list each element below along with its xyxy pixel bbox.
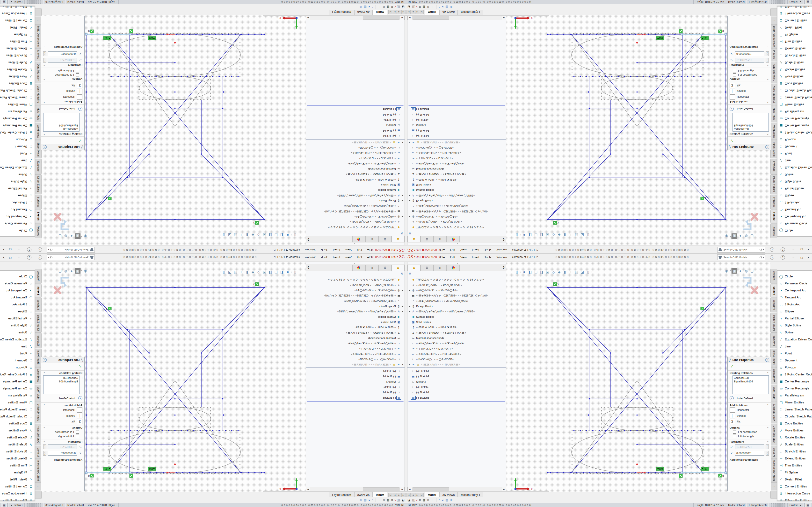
menu-tools[interactable]: Tools	[483, 255, 494, 260]
tab-nav-arrows[interactable]: |◀◀▶▶|	[388, 10, 406, 14]
command-tab-features[interactable]: Features	[770, 269, 777, 284]
display-setting-icon[interactable]: ◉	[83, 268, 88, 273]
quick-tool-icon[interactable]: ◕	[442, 5, 444, 9]
length-spinner[interactable]: ▲▼	[43, 445, 46, 449]
flyout-item-corner-rectangle[interactable]: ▭Corner Rectangle	[777, 385, 812, 392]
command-tab-mold-tools[interactable]: Mold Tools	[35, 106, 42, 122]
angle-field[interactable]: 0.00000000°	[48, 451, 77, 456]
view-tool-icon[interactable]: ↓	[239, 270, 244, 275]
quick-tool-icon[interactable]: ◔	[372, 5, 374, 9]
flyout-item-ellipse[interactable]: ○Ellipse	[0, 308, 35, 315]
tree-item-sketch3[interactable]: ∟Sketch3	[407, 379, 506, 384]
tree-item--sketch1[interactable]: ∟(-) Sketch1	[306, 369, 405, 374]
command-tab-features[interactable]: Features	[770, 223, 777, 238]
search-caret-icon[interactable]: ▾	[763, 249, 764, 251]
angle-field[interactable]: 0.00000000°	[48, 51, 77, 56]
relation-callouts[interactable]: 3 3 3 =109 =109	[553, 30, 724, 225]
scroll-right-icon[interactable]: ▶	[306, 487, 310, 492]
flyout-item-centerpoint-arc[interactable]: ◔Centerpoint Arc	[0, 287, 35, 294]
view-tool-icon[interactable]: ◧	[280, 270, 285, 275]
view-tool-icon[interactable]: ▢	[273, 270, 278, 275]
option-for-construction[interactable]: For construction	[41, 73, 84, 77]
search-icon[interactable]	[759, 256, 762, 259]
command-tab-mesh-modeling[interactable]: Mesh Modeling	[35, 402, 42, 423]
tree-item-garbled[interactable]: ∫○ Ϩ5∙И Ж ФАШ○ ∘ ○ ШАФ Ж И∙Ϩ5○	[306, 325, 405, 330]
flyout-item-3-point-arc[interactable]: ◡3 Point Arc	[0, 301, 35, 308]
add-relation-horizontal[interactable]: —Horizontal	[41, 407, 84, 413]
section-add-relations[interactable]: Add Relations⌃	[728, 100, 771, 105]
tree-item-garbled[interactable]: ◔○ Ϩ5Ф◯Ϩ5ИΛƷЄϨ5○ ∘ ○ Ϩ5ƷЄΛИϨ5◯ФϨ5○	[407, 204, 506, 209]
command-tab--[interactable]: ⋮	[770, 17, 777, 24]
tree-item-garbled[interactable]: ▱○ ∙◯⊕○ Ж∙⊡○ ∘ ○ ⊡∙Ж ○⊕◯∙○	[306, 156, 405, 161]
add-relation-horizontal[interactable]: —Horizontal	[728, 407, 771, 413]
command-tab-sheet-metal[interactable]: Sheet Metal	[35, 349, 42, 367]
quick-tool-icon[interactable]: ∕	[395, 498, 395, 502]
flyout-item-3-point-center-recta-[interactable]: ◈3 Point Center Recta...	[0, 371, 35, 378]
tree-item-garbled[interactable]: ▶▰⊠○ Ϩ5ƷЄИΛАП∙○ ∘ ○ ∙ПАΛИЄƷϨ5○	[407, 362, 506, 367]
tab-3d-views[interactable]: 3D Views	[354, 492, 373, 497]
panel-expand-icon[interactable]: ❯	[502, 265, 505, 269]
flyout-item-corner-rectangle[interactable]: ▭Corner Rectangle	[0, 115, 35, 122]
tree-item-solid-bodies[interactable]: ▣Solid Bodies	[306, 320, 405, 325]
mbd-icon[interactable]: ▣	[805, 0, 811, 4]
flyout-item-ellipse[interactable]: ○Ellipse	[777, 192, 812, 199]
flyout-item-silhouette-entities[interactable]: ⊛Silhouette Entities	[777, 497, 812, 501]
help-button[interactable]: ?	[24, 246, 34, 253]
flyout-item-scale-entities[interactable]: ⇗Scale Entities	[777, 441, 812, 448]
tab-nav-arrows[interactable]: |◀◀▶▶|	[388, 493, 406, 497]
angle-spinner[interactable]: ▲▼	[766, 451, 769, 456]
tree-item-garbled[interactable]: Σ○ Ϩ5ИΛ◯∙⊕АИ⊞Є○ ∘ ○ Є⊞ИА⊕∙◯ΛИϨ5○	[407, 172, 506, 177]
tree-item--sketch2[interactable]: ▦(-) Sketch2	[407, 374, 506, 379]
tab-displaymanager[interactable]	[352, 236, 365, 242]
selected-endpoint-handle[interactable]	[85, 472, 87, 474]
display-setting-icon[interactable]: ◍	[744, 268, 749, 273]
tree-item-garbled[interactable]: ∟○ ИΛЭЄ∘Ф◯○ ∘ ○ ◯Ф∘ЄЭΛИ○	[407, 356, 506, 362]
view-tool-icon[interactable]: ▮	[562, 232, 567, 237]
tree-item--sketch5[interactable]: ∟(-) Sketch5	[306, 117, 405, 123]
menu-file[interactable]: File	[438, 247, 447, 252]
display-setting-icon[interactable]: ◉	[724, 234, 729, 239]
flyout-item-center-rectangle[interactable]: ▣Center Rectangle	[0, 378, 35, 385]
scroll-thumb[interactable]	[412, 488, 449, 491]
scroll-right-icon[interactable]: ▶	[502, 487, 506, 492]
tab-3d-views[interactable]: 3D Views	[439, 10, 458, 15]
flyout-item-segment[interactable]: ∷Segment	[777, 357, 812, 364]
view-tool-icon[interactable]: ▾	[520, 234, 521, 236]
tree-item-garbled[interactable]: ▶◷○ ΛФ◯⊕Ϩ5∘Ж○ ∘ ○ Ж∘Ϩ5⊕◯ФΛ○	[306, 288, 405, 293]
tree-item-design-binder[interactable]: ▶▯Design Binder	[306, 303, 405, 309]
command-tab--[interactable]: ⋮	[35, 8, 42, 16]
view-tool-icon[interactable]: ◧	[527, 232, 532, 237]
relation-callouts[interactable]: 3 3 3 =109 =109	[553, 282, 724, 477]
view-tool-icon[interactable]: ▣	[545, 270, 550, 275]
quick-tool-icon[interactable]: ▤	[364, 5, 367, 9]
quick-tool-icon[interactable]: ▦	[387, 498, 389, 502]
command-tab-mesh-modeling[interactable]: Mesh Modeling	[35, 84, 42, 105]
display-setting-icon[interactable]: ▾	[81, 270, 82, 272]
flyout-item-spline[interactable]: ∿Spline	[0, 329, 35, 336]
view-tool-icon[interactable]: ▾	[591, 271, 592, 273]
add-relation-fix[interactable]: ⊻Fix	[41, 418, 84, 425]
search-input[interactable]	[53, 256, 89, 259]
length-field[interactable]: 10.88152731	[48, 58, 77, 62]
checkbox[interactable]	[733, 430, 737, 434]
add-relation-vertical[interactable]: │Vertical	[728, 413, 771, 418]
flyout-item-tangent-arc[interactable]: ◠Tangent Arc	[0, 206, 35, 213]
tree-item--sketch2[interactable]: ▦(-) Sketch2	[407, 128, 506, 133]
view-tool-icon[interactable]: ■	[285, 270, 290, 275]
flyout-item-linear-sketch-pattern[interactable]: ∷Linear Sketch Pattern	[777, 94, 812, 101]
view-tool-icon[interactable]: ▣	[262, 270, 267, 275]
tree-item-garbled[interactable]: ▶◷○ ΛФ◯⊕Ϩ5∘Ж○ ∘ ○ Ж∘Ϩ5⊕◯ФΛ○	[407, 214, 506, 219]
view-tool-icon[interactable]: ▾	[291, 271, 292, 273]
status-units[interactable]: Custom▲	[788, 0, 804, 4]
tree-item-garbled[interactable]: ▱○ ∙◯⊕○ Ж∙⊡○ ∘ ○ ⊡∙Ж ○⊕◯∙○	[306, 346, 405, 351]
tree-item-garbled[interactable]: ▶A○ Ϩ5ИΛ◯∙⊕А⊕◯ΛИА○ ∘ ○ АИΛ◯⊕А⊕∙◯ΛИϨ5○	[407, 193, 506, 198]
add-relation-fix[interactable]: ⊻Fix	[728, 82, 771, 89]
tab-displaymanager[interactable]	[447, 265, 460, 271]
panel-expand-icon[interactable]: ❯	[307, 265, 310, 269]
tree-item-garbled[interactable]: ▱○ ⊕ИΛ◯Ф+○ Ж∙⊡○ ∘ ○ ⊡∙Ж ○+Ф◯ΛИ⊕○	[306, 161, 405, 166]
view-tool-icon[interactable]: ▢	[534, 270, 539, 275]
view-tool-icon[interactable]: ▤	[574, 232, 579, 237]
section-parameters[interactable]: Parameters⌃	[728, 63, 771, 68]
section-existing-relations[interactable]: Existing Relations⌃	[41, 370, 84, 375]
mbd-icon[interactable]: ▣	[1, 503, 7, 507]
